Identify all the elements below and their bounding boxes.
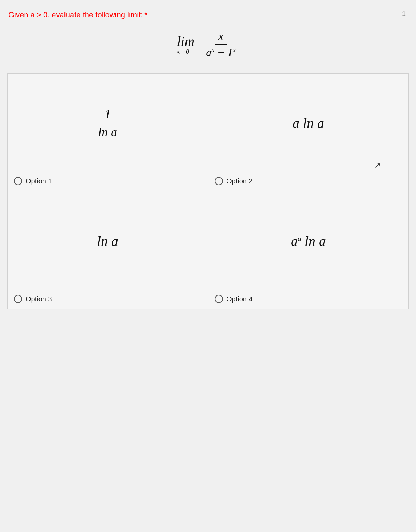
limit-expression: lim x→0 x ax − 1x [7, 30, 409, 59]
option2-radio[interactable] [215, 177, 223, 185]
limit-notation: lim x→0 [177, 33, 194, 55]
page-number: 1 [402, 10, 406, 18]
question-header: Given a > 0, evaluate the following limi… [7, 10, 409, 19]
option1-radio[interactable] [14, 177, 22, 185]
option4-label: Option 4 [226, 295, 253, 303]
option-content-1: 1 ln a [8, 74, 208, 173]
option-cell-1: 1 ln a Option 1 [7, 73, 208, 191]
option3-label: Option 3 [26, 295, 52, 303]
quiz-page: 1 Given a > 0, evaluate the following li… [0, 0, 416, 532]
option1-label: Option 1 [26, 177, 52, 185]
option-content-2: a ln a [208, 74, 408, 173]
limit-numerator: x [215, 30, 227, 45]
option3-label-row[interactable]: Option 3 [8, 291, 208, 309]
limit-denominator: ax − 1x [202, 45, 239, 59]
limit-fraction: x ax − 1x [202, 30, 239, 59]
lim-text: lim [177, 33, 194, 50]
option-content-3: ln a [8, 191, 208, 291]
option-cell-3: ln a Option 3 [7, 191, 208, 309]
option2-label-row[interactable]: Option 2 [208, 173, 408, 191]
option2-math: a ln a [293, 115, 324, 131]
lim-subscript: x→0 [177, 48, 189, 55]
option-cell-2: a ln a ↗ Option 2 [208, 73, 409, 191]
option1-label-row[interactable]: Option 1 [8, 173, 208, 191]
option3-math: ln a [97, 233, 118, 249]
option4-radio[interactable] [215, 295, 223, 303]
option1-numerator: 1 [102, 107, 113, 123]
required-marker: * [144, 10, 147, 19]
option-content-4: aa ln a [208, 191, 408, 291]
option2-label: Option 2 [226, 177, 253, 185]
option4-math: aa ln a [291, 233, 326, 249]
question-text: Given a > 0, evaluate the following limi… [8, 10, 143, 19]
option3-radio[interactable] [14, 295, 22, 303]
option4-label-row[interactable]: Option 4 [208, 291, 408, 309]
options-grid: 1 ln a Option 1 a ln a ↗ Option 2 [7, 73, 409, 309]
option-cell-4: aa ln a Option 4 [208, 191, 409, 309]
option1-denominator: ln a [96, 123, 119, 139]
option1-math: 1 ln a [96, 107, 119, 139]
